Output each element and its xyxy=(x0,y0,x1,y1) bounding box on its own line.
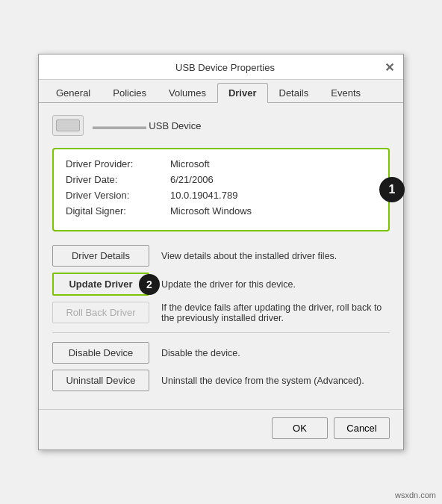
disable-device-desc: Disable the device. xyxy=(161,348,390,358)
tab-details[interactable]: Details xyxy=(268,83,320,102)
title-bar: USB Device Properties ✕ xyxy=(39,55,403,80)
tab-volumes[interactable]: Volumes xyxy=(158,83,217,102)
tab-events[interactable]: Events xyxy=(320,83,372,102)
tabs-bar: General Policies Volumes Driver Details … xyxy=(39,80,403,103)
date-label: Driver Date: xyxy=(66,174,170,185)
tab-driver[interactable]: Driver xyxy=(217,83,268,103)
driver-details-button[interactable]: Driver Details xyxy=(52,245,149,267)
annotation-badge-1: 1 xyxy=(379,177,405,202)
cancel-button[interactable]: Cancel xyxy=(334,417,390,439)
info-row-version: Driver Version: 10.0.19041.789 xyxy=(66,190,376,201)
uninstall-device-desc: Uninstall the device from the system (Ad… xyxy=(161,376,390,386)
disable-device-button[interactable]: Disable Device xyxy=(52,342,149,364)
tab-content: ▬▬▬▬▬▬ USB Device Driver Provider: Micro… xyxy=(39,103,403,400)
rollback-driver-button[interactable]: Roll Back Driver xyxy=(52,302,149,323)
annotation-badge-2: 2 xyxy=(139,274,160,295)
watermark: wsxdn.com xyxy=(395,491,436,500)
disable-device-row: Disable Device Disable the device. xyxy=(52,342,390,364)
button-divider xyxy=(52,332,390,333)
uninstall-device-row: Uninstall Device Uninstall the device fr… xyxy=(52,370,390,391)
device-header: ▬▬▬▬▬▬ USB Device xyxy=(52,115,390,136)
rollback-driver-desc: If the device fails after updating the d… xyxy=(161,302,390,323)
date-value: 6/21/2006 xyxy=(170,174,214,185)
close-button[interactable]: ✕ xyxy=(385,60,394,75)
device-name: ▬▬▬▬▬▬ USB Device xyxy=(93,120,201,131)
update-driver-desc: Update the driver for this device. xyxy=(161,279,390,290)
update-driver-row: Update Driver Update the driver for this… xyxy=(52,273,390,296)
device-properties-window: USB Device Properties ✕ General Policies… xyxy=(38,54,404,450)
signer-label: Digital Signer: xyxy=(66,205,170,217)
uninstall-device-button[interactable]: Uninstall Device xyxy=(52,370,149,391)
footer: OK Cancel xyxy=(39,409,403,449)
version-value: 10.0.19041.789 xyxy=(170,190,237,201)
provider-label: Driver Provider: xyxy=(66,158,170,169)
signer-value: Microsoft Windows xyxy=(170,205,252,217)
tab-general[interactable]: General xyxy=(45,83,102,102)
info-row-date: Driver Date: 6/21/2006 xyxy=(66,174,376,185)
driver-info-box: Driver Provider: Microsoft Driver Date: … xyxy=(52,148,390,231)
window-title: USB Device Properties xyxy=(66,62,385,73)
info-row-signer: Digital Signer: Microsoft Windows xyxy=(66,205,376,217)
update-driver-button[interactable]: Update Driver xyxy=(52,273,149,296)
ok-button[interactable]: OK xyxy=(272,417,328,439)
driver-details-row: Driver Details View details about the in… xyxy=(52,245,390,267)
rollback-driver-row: Roll Back Driver If the device fails aft… xyxy=(52,302,390,323)
version-label: Driver Version: xyxy=(66,190,170,201)
info-row-provider: Driver Provider: Microsoft xyxy=(66,158,376,169)
tab-policies[interactable]: Policies xyxy=(102,83,158,102)
provider-value: Microsoft xyxy=(170,158,210,169)
usb-icon xyxy=(52,115,84,136)
driver-details-desc: View details about the installed driver … xyxy=(161,251,390,261)
action-buttons: Driver Details View details about the in… xyxy=(52,245,390,391)
